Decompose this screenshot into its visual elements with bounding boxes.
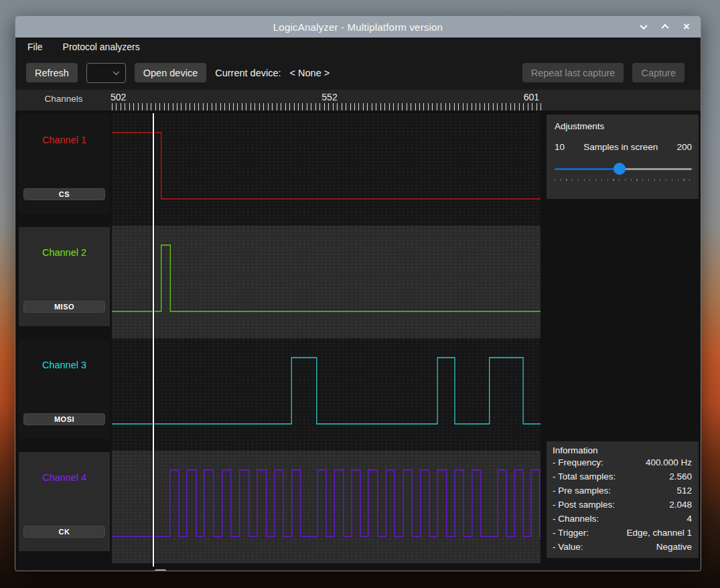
samples-slider[interactable] bbox=[555, 163, 692, 175]
maximize-button[interactable] bbox=[659, 21, 671, 33]
samples-in-screen-row: 10 Samples in screen 200 bbox=[555, 142, 692, 152]
information-row-label: - Frequency: bbox=[553, 457, 603, 467]
trigger-marker-line bbox=[153, 113, 154, 567]
information-row: - Total samples: 2.560 bbox=[553, 469, 692, 484]
open-device-button[interactable]: Open device bbox=[135, 63, 206, 82]
information-row: - Frequency: 400.000 Hz bbox=[553, 455, 692, 469]
channels-header-label: Channels bbox=[15, 94, 112, 104]
close-icon: × bbox=[683, 21, 689, 32]
channel-waveform bbox=[112, 113, 541, 226]
chevron-up-icon bbox=[661, 24, 668, 31]
channel-sidebar: Channel 3 bbox=[15, 338, 112, 451]
information-row-label: - Pre samples: bbox=[553, 486, 611, 496]
title-bar[interactable]: LogicAnalyzer - Multiplatform version × bbox=[15, 16, 701, 38]
information-row-label: - Post samples: bbox=[553, 500, 615, 510]
samples-in-screen-label: Samples in screen bbox=[565, 142, 676, 152]
information-row-value: Negative bbox=[656, 542, 692, 552]
channel-rows: Channel 1 Channel 2 Channel 3 bbox=[15, 113, 541, 563]
sample-ruler: Channels 502 552 601 bbox=[15, 90, 701, 111]
channel-name-input[interactable] bbox=[23, 188, 105, 200]
channel-block: Channel 3 bbox=[19, 340, 110, 439]
menu-bar: File Protocol analyzers bbox=[15, 38, 701, 56]
channel-row: Channel 4 bbox=[15, 451, 541, 563]
channel-name-input[interactable] bbox=[23, 413, 105, 425]
information-row: - Value: Negative bbox=[553, 540, 692, 554]
adjustments-panel: Adjustments 10 Samples in screen 200 bbox=[547, 115, 699, 199]
information-rows: - Frequency: 400.000 Hz - Total samples:… bbox=[553, 455, 692, 554]
ruler-label-mid: 552 bbox=[315, 92, 344, 102]
channel-sidebar: Channel 2 bbox=[15, 226, 112, 338]
channel-block: Channel 1 bbox=[19, 115, 110, 214]
channel-name-input[interactable] bbox=[23, 301, 105, 313]
information-row-label: - Value: bbox=[553, 542, 583, 552]
information-row-label: - Channels: bbox=[553, 514, 599, 524]
information-row: - Post samples: 2.048 bbox=[553, 498, 692, 512]
toolbar: Refresh Open device Current device: < No… bbox=[15, 56, 701, 90]
device-select[interactable] bbox=[86, 63, 126, 83]
ruler-label-start: 502 bbox=[111, 92, 126, 102]
channel-row: Channel 1 bbox=[15, 113, 541, 226]
repeat-last-capture-button[interactable]: Repeat last capture bbox=[522, 63, 624, 82]
channel-block: Channel 4 bbox=[19, 452, 110, 551]
waveform-area: Channel 1 Channel 2 Channel 3 bbox=[15, 111, 701, 571]
ruler-tick-marks bbox=[112, 103, 541, 111]
refresh-button[interactable]: Refresh bbox=[26, 63, 78, 82]
ruler-label-end: 601 bbox=[524, 92, 539, 102]
current-device-label: Current device: bbox=[215, 68, 281, 78]
information-row-value: 4 bbox=[687, 514, 692, 524]
channel-row: Channel 2 bbox=[15, 226, 541, 338]
channel-row: Channel 3 bbox=[15, 338, 541, 451]
channel-waveform bbox=[112, 338, 541, 451]
samples-max-value: 200 bbox=[676, 142, 692, 152]
adjustments-title: Adjustments bbox=[555, 121, 692, 131]
waveform-svg bbox=[112, 451, 541, 563]
channel-waveform bbox=[112, 226, 541, 338]
chevron-down-icon bbox=[113, 68, 119, 75]
channel-block: Channel 2 bbox=[19, 227, 110, 326]
chevron-down-icon bbox=[640, 22, 647, 29]
horizontal-scrollbar-thumb[interactable] bbox=[155, 569, 166, 571]
close-button[interactable]: × bbox=[680, 21, 693, 33]
channel-name-input[interactable] bbox=[23, 526, 105, 538]
window-title: LogicAnalyzer - Multiplatform version bbox=[273, 21, 443, 33]
menu-protocol-analyzers[interactable]: Protocol analyzers bbox=[63, 42, 140, 52]
menu-file[interactable]: File bbox=[27, 42, 43, 52]
toolbar-right: Repeat last capture Capture bbox=[522, 63, 685, 82]
current-device-value: < None > bbox=[290, 68, 330, 78]
window-controls: × bbox=[638, 16, 693, 38]
channel-label: Channel 4 bbox=[19, 472, 110, 483]
information-row: - Channels: 4 bbox=[553, 512, 692, 526]
information-row: - Pre samples: 512 bbox=[553, 484, 692, 498]
app-window: LogicAnalyzer - Multiplatform version × … bbox=[15, 15, 701, 571]
slider-tick-marks bbox=[555, 179, 692, 181]
samples-min-value: 10 bbox=[555, 142, 565, 152]
desktop: { "window": { "title": "LogicAnalyzer - … bbox=[0, 0, 720, 588]
information-row-value: 2.560 bbox=[669, 471, 692, 482]
channel-sidebar: Channel 1 bbox=[15, 113, 112, 226]
information-title: Information bbox=[553, 445, 692, 455]
waveform-svg bbox=[112, 338, 541, 451]
waveform-svg bbox=[112, 113, 541, 226]
information-row: - Trigger: Edge, channel 1 bbox=[553, 526, 692, 540]
information-row-value: Edge, channel 1 bbox=[626, 528, 692, 538]
channel-sidebar: Channel 4 bbox=[15, 451, 112, 563]
slider-thumb[interactable] bbox=[614, 163, 626, 175]
information-row-value: 512 bbox=[676, 486, 692, 496]
information-row-label: - Total samples: bbox=[553, 471, 616, 482]
minimize-button[interactable] bbox=[638, 21, 650, 33]
channel-label: Channel 1 bbox=[19, 135, 110, 145]
channel-label: Channel 2 bbox=[19, 247, 110, 258]
information-row-label: - Trigger: bbox=[553, 528, 589, 538]
channel-waveform bbox=[112, 451, 541, 563]
information-row-value: 400.000 Hz bbox=[646, 457, 692, 467]
slider-fill bbox=[555, 168, 620, 170]
waveform-svg bbox=[112, 226, 541, 338]
information-row-value: 2.048 bbox=[669, 500, 692, 510]
capture-button[interactable]: Capture bbox=[632, 63, 685, 82]
information-panel: Information - Frequency: 400.000 Hz - To… bbox=[547, 441, 699, 558]
channel-label: Channel 3 bbox=[19, 360, 110, 370]
